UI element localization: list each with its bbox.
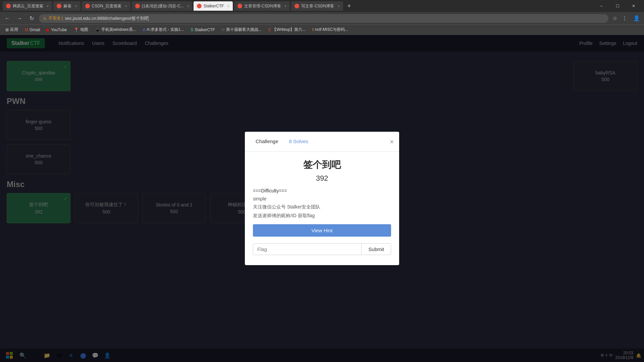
geek-icon: N [222, 27, 225, 32]
bookmark-apps[interactable]: ⊞ 应用 [3, 26, 21, 33]
bookmark-label-youtube: YouTube [51, 27, 67, 32]
tab-challenge[interactable]: Challenge [250, 136, 284, 147]
bookmark-maps[interactable]: 📍 地图 [71, 26, 91, 33]
back-button[interactable]: ← [3, 14, 12, 23]
bookmark-label-nctf: nctf-MISC与密码... [315, 27, 348, 33]
bookmark-stalker[interactable]: S StalkerCTF [188, 27, 218, 33]
bookmark-label-apps: 应用 [10, 27, 18, 33]
tab-6[interactable]: 文章管理-CSDN博客 × [234, 1, 290, 11]
browser-window: 网易云_百度搜索 × 麻雀 × CSDN_百度搜索 × (1条消息)通知-消息-… [0, 0, 644, 362]
submit-flag-button[interactable]: Submit [362, 243, 391, 255]
ctf-page: StalkerCTF Notifications Users Scoreboar… [0, 35, 644, 362]
nctf-icon: f [312, 27, 313, 32]
tab-label-5: StalkerCTF [204, 4, 224, 8]
bookmark-star-icon[interactable]: ☆ [612, 15, 617, 21]
tab-label-3: CSDN_百度搜索 [92, 3, 122, 9]
flag-input[interactable] [253, 243, 362, 255]
bookmark-label-stalker: StalkerCTF [195, 27, 215, 32]
tab-label-7: 写文章-CSDN博客 [301, 3, 334, 9]
bookmark-label-maps: 地图 [80, 27, 88, 33]
tab-icon-1 [6, 4, 11, 8]
tab-3[interactable]: CSDN_百度搜索 × [82, 1, 130, 11]
modal-challenge-title: 签个到吧 [253, 159, 391, 171]
tab-icon-4 [135, 4, 140, 8]
tab-label-6: 文章管理-CSDN博客 [244, 3, 281, 9]
gmail-icon: M [25, 27, 28, 32]
modal-difficulty-value: simple [253, 196, 391, 201]
tab-close-2[interactable]: × [75, 4, 77, 8]
tab-label-2: 麻雀 [63, 3, 71, 9]
apps-icon: ⊞ [5, 27, 9, 32]
tab-solves[interactable]: 8 Solves [284, 136, 314, 147]
url-text: sec.jxust.edu.cn:8888/challenges#签个到吧 [65, 15, 149, 21]
bookmark-a[interactable]: A A:求多形式 - 实验1... [140, 26, 187, 33]
bookmark-geek[interactable]: N 第十届极客大挑战... [219, 26, 264, 33]
tab-icon-7 [294, 4, 299, 8]
bookmark-writeup[interactable]: C 【Writeup】第六... [266, 26, 309, 33]
profile-button[interactable]: 👤 [632, 14, 641, 23]
new-tab-button[interactable]: + [344, 1, 354, 11]
content-area: StalkerCTF Notifications Users Scoreboar… [0, 35, 644, 362]
maximize-button[interactable]: ☐ [610, 1, 625, 11]
tab-7[interactable]: 写文章-CSDN博客 × [291, 1, 343, 11]
tab-close-1[interactable]: × [47, 4, 49, 8]
tab-close-3[interactable]: × [125, 4, 127, 8]
minimize-button[interactable]: – [594, 1, 609, 11]
modal-header: Challenge 8 Solves × [245, 132, 399, 152]
stalker-icon: S [191, 27, 193, 32]
bookmarks-bar: ⊞ 应用 M Gmail ▶ YouTube 📍 地图 📱 手机装windows… [0, 25, 644, 35]
tab-5-active[interactable]: StalkerCTF × [194, 1, 233, 11]
url-prefix: 不安全 | [49, 15, 63, 21]
view-hint-button[interactable]: View Hint [253, 224, 391, 237]
tab-close-6[interactable]: × [284, 4, 286, 8]
bookmark-youtube[interactable]: ▶ YouTube [44, 27, 69, 33]
modal-desc-line1: 关注微信公众号 Stalker安全团队 [253, 204, 391, 210]
address-bar: ← → ↻ ⚠ 不安全 | sec.jxust.edu.cn:8888/chal… [0, 12, 644, 25]
tab-close-7[interactable]: × [337, 4, 339, 8]
tab-2[interactable]: 麻雀 × [53, 1, 80, 11]
menu-button[interactable]: ⋮ [620, 14, 629, 23]
window-controls: – ☐ ✕ [594, 1, 641, 11]
flag-row: Submit [253, 243, 391, 255]
bookmark-gmail[interactable]: M Gmail [22, 27, 43, 33]
bookmark-label-gmail: Gmail [30, 27, 40, 32]
tab-icon-6 [237, 4, 242, 8]
writeup-icon: C [268, 27, 271, 32]
tab-4[interactable]: (1条消息)通知-消息-C... × [132, 1, 192, 11]
tab-1[interactable]: 网易云_百度搜索 × [3, 1, 52, 11]
url-bar[interactable]: ⚠ 不安全 | sec.jxust.edu.cn:8888/challenges… [39, 14, 608, 23]
forward-button[interactable]: → [15, 14, 24, 23]
bookmark-a-icon: A [143, 27, 146, 32]
title-bar: 网易云_百度搜索 × 麻雀 × CSDN_百度搜索 × (1条消息)通知-消息-… [0, 0, 644, 12]
phone-icon: 📱 [95, 27, 100, 32]
modal-difficulty-label: ===Difficulty=== [253, 188, 391, 193]
bookmark-label-phone: 手机装windows系... [101, 27, 136, 33]
tab-icon-5 [197, 4, 202, 8]
tab-close-5[interactable]: × [227, 4, 229, 8]
youtube-icon: ▶ [47, 27, 50, 32]
security-icon: ⚠ [43, 16, 47, 21]
bookmark-label-geek: 第十届极客大挑战... [226, 27, 262, 33]
close-button[interactable]: ✕ [626, 1, 641, 11]
bookmark-label-a: A:求多形式 - 实验1... [147, 27, 184, 33]
tab-icon-2 [57, 4, 61, 8]
challenge-modal: Challenge 8 Solves × 签个到吧 392 ===Difficu… [245, 132, 399, 265]
modal-tabs: Challenge 8 Solves [250, 136, 314, 147]
tab-label-4: (1条消息)通知-消息-C... [142, 3, 184, 9]
modal-body: 签个到吧 392 ===Difficulty=== simple 关注微信公众号… [245, 152, 399, 265]
tab-icon-3 [85, 4, 90, 8]
bookmark-label-writeup: 【Writeup】第六... [272, 27, 306, 33]
refresh-button[interactable]: ↻ [27, 14, 36, 23]
bookmark-nctf[interactable]: f nctf-MISC与密码... [310, 26, 351, 33]
modal-close-button[interactable]: × [390, 138, 394, 145]
bookmark-phone[interactable]: 📱 手机装windows系... [92, 26, 139, 33]
tab-close-4[interactable]: × [187, 4, 189, 8]
maps-icon: 📍 [74, 27, 79, 32]
modal-challenge-points: 392 [253, 174, 391, 183]
modal-overlay: Challenge 8 Solves × 签个到吧 392 ===Difficu… [0, 35, 644, 362]
modal-desc-line2: 发送谢师傅的昵称/ID 获取flag [253, 213, 391, 219]
tab-label-1: 网易云_百度搜索 [13, 3, 43, 9]
